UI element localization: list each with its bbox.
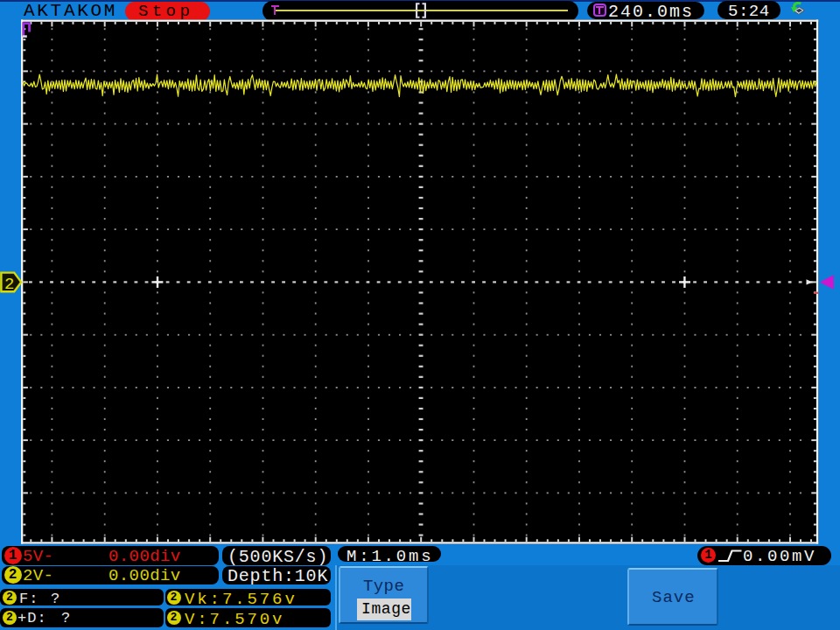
svg-text:2: 2 xyxy=(4,275,14,294)
